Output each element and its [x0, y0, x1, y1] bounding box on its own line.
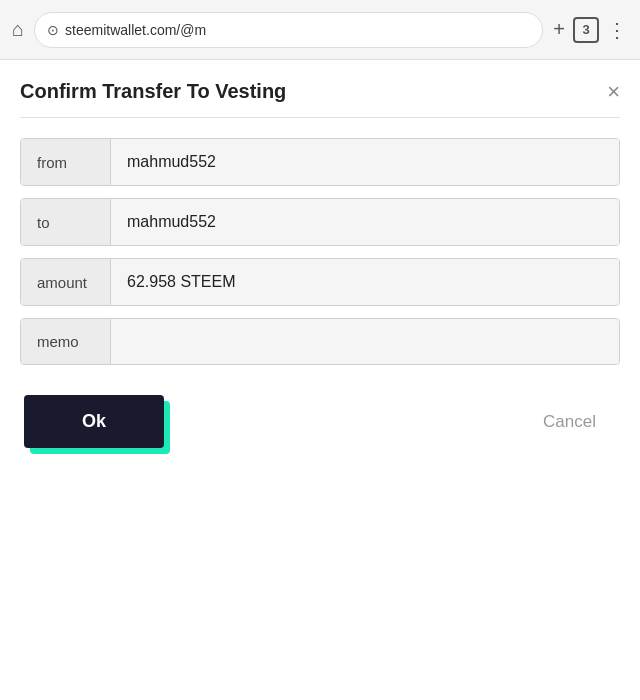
ok-button[interactable]: Ok [24, 395, 164, 448]
page-content: Confirm Transfer To Vesting × from mahmu… [0, 60, 640, 700]
dialog-header: Confirm Transfer To Vesting × [20, 80, 620, 118]
memo-row: memo [20, 318, 620, 365]
from-value: mahmud552 [111, 139, 619, 185]
confirm-transfer-dialog: Confirm Transfer To Vesting × from mahmu… [20, 80, 620, 448]
security-icon: ⊙ [47, 22, 59, 38]
amount-value: 62.958 STEEM [111, 259, 619, 305]
browser-actions: + 3 ⋮ [553, 17, 628, 43]
memo-label: memo [21, 319, 111, 364]
amount-row: amount 62.958 STEEM [20, 258, 620, 306]
to-value: mahmud552 [111, 199, 619, 245]
memo-value[interactable] [111, 319, 619, 364]
cancel-button[interactable]: Cancel [523, 396, 616, 448]
from-label: from [21, 139, 111, 185]
address-bar[interactable]: ⊙ steemitwallet.com/@m [34, 12, 543, 48]
home-icon[interactable]: ⌂ [12, 18, 24, 41]
close-button[interactable]: × [607, 81, 620, 103]
button-row: Ok Cancel [20, 395, 620, 448]
ok-button-wrapper: Ok [24, 395, 164, 448]
tabs-count-badge[interactable]: 3 [573, 17, 599, 43]
to-row: to mahmud552 [20, 198, 620, 246]
dialog-title: Confirm Transfer To Vesting [20, 80, 286, 103]
address-text: steemitwallet.com/@m [65, 22, 206, 38]
browser-chrome: ⌂ ⊙ steemitwallet.com/@m + 3 ⋮ [0, 0, 640, 60]
browser-menu-button[interactable]: ⋮ [607, 18, 628, 42]
to-label: to [21, 199, 111, 245]
from-row: from mahmud552 [20, 138, 620, 186]
new-tab-button[interactable]: + [553, 18, 565, 41]
amount-label: amount [21, 259, 111, 305]
